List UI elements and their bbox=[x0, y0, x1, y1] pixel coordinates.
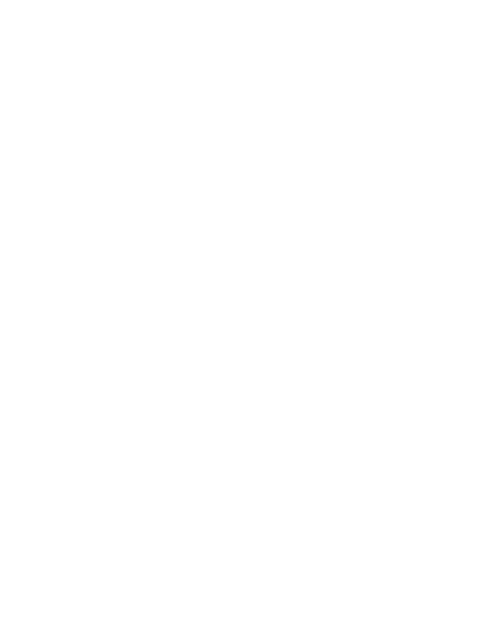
swatch-icon bbox=[24, 48, 54, 54]
chart bbox=[22, 62, 482, 382]
chart-svg bbox=[22, 62, 482, 382]
legend-item-tablet bbox=[24, 48, 482, 54]
legend bbox=[24, 36, 482, 54]
